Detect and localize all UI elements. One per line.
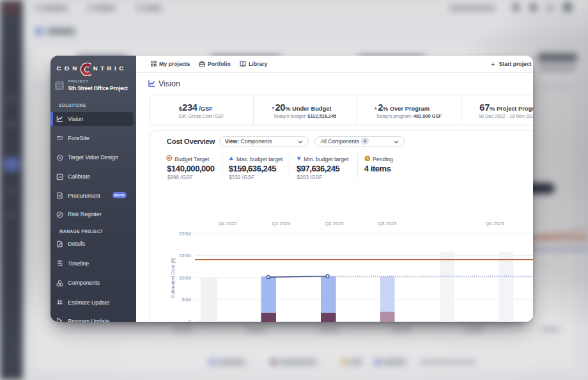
- svg-text:Q2 2023: Q2 2023: [325, 221, 343, 226]
- svg-text:50M: 50M: [182, 297, 191, 303]
- svg-text:150M: 150M: [179, 253, 191, 258]
- svg-text:Q3 2023: Q3 2023: [378, 221, 396, 226]
- svg-text:Q1 2023: Q1 2023: [272, 221, 290, 226]
- svg-text:Q4 2023: Q4 2023: [485, 221, 504, 226]
- svg-text:200M: 200M: [179, 231, 191, 237]
- svg-text:Q4 2022: Q4 2022: [218, 221, 236, 226]
- svg-text:0: 0: [189, 319, 191, 322]
- svg-text:100M: 100M: [179, 275, 191, 281]
- svg-text:Estimated Cost ($): Estimated Cost ($): [170, 257, 176, 297]
